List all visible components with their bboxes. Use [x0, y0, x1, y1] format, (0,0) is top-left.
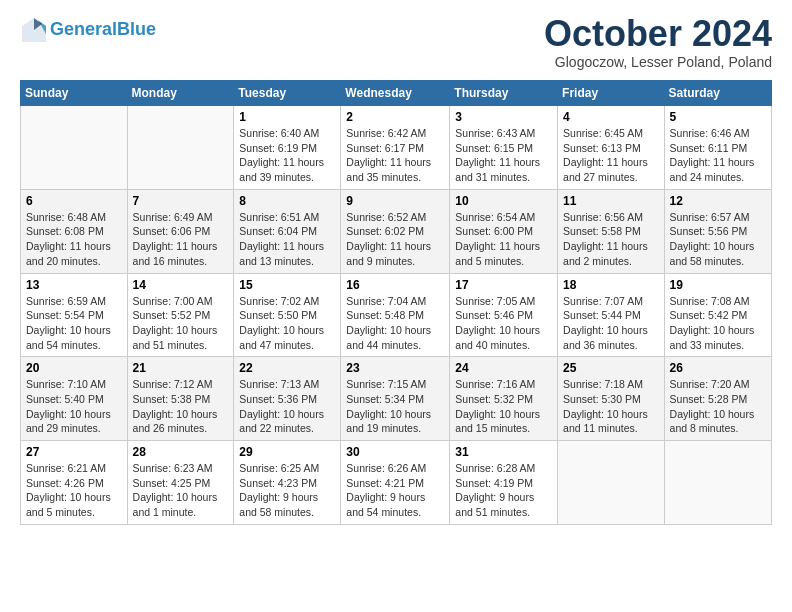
day-number: 17: [455, 278, 552, 292]
day-number: 27: [26, 445, 122, 459]
calendar-header-wednesday: Wednesday: [341, 81, 450, 106]
calendar-week-row: 1Sunrise: 6:40 AMSunset: 6:19 PMDaylight…: [21, 106, 772, 190]
calendar-header-saturday: Saturday: [664, 81, 771, 106]
day-number: 16: [346, 278, 444, 292]
calendar-cell: 8Sunrise: 6:51 AMSunset: 6:04 PMDaylight…: [234, 189, 341, 273]
calendar-cell: 31Sunrise: 6:28 AMSunset: 4:19 PMDayligh…: [450, 441, 558, 525]
day-detail: Sunrise: 6:28 AMSunset: 4:19 PMDaylight:…: [455, 461, 552, 520]
day-detail: Sunrise: 6:52 AMSunset: 6:02 PMDaylight:…: [346, 210, 444, 269]
calendar-cell: 19Sunrise: 7:08 AMSunset: 5:42 PMDayligh…: [664, 273, 771, 357]
day-number: 25: [563, 361, 659, 375]
calendar-cell: 2Sunrise: 6:42 AMSunset: 6:17 PMDaylight…: [341, 106, 450, 190]
calendar-cell: [664, 441, 771, 525]
calendar-cell: 26Sunrise: 7:20 AMSunset: 5:28 PMDayligh…: [664, 357, 771, 441]
day-number: 8: [239, 194, 335, 208]
day-number: 23: [346, 361, 444, 375]
logo-icon: [20, 16, 48, 44]
calendar-cell: 9Sunrise: 6:52 AMSunset: 6:02 PMDaylight…: [341, 189, 450, 273]
day-number: 15: [239, 278, 335, 292]
calendar-header-sunday: Sunday: [21, 81, 128, 106]
day-number: 19: [670, 278, 766, 292]
day-number: 22: [239, 361, 335, 375]
calendar-cell: 3Sunrise: 6:43 AMSunset: 6:15 PMDaylight…: [450, 106, 558, 190]
day-detail: Sunrise: 6:43 AMSunset: 6:15 PMDaylight:…: [455, 126, 552, 185]
calendar-cell: 6Sunrise: 6:48 AMSunset: 6:08 PMDaylight…: [21, 189, 128, 273]
day-detail: Sunrise: 6:59 AMSunset: 5:54 PMDaylight:…: [26, 294, 122, 353]
calendar-cell: 15Sunrise: 7:02 AMSunset: 5:50 PMDayligh…: [234, 273, 341, 357]
day-number: 30: [346, 445, 444, 459]
calendar-cell: 7Sunrise: 6:49 AMSunset: 6:06 PMDaylight…: [127, 189, 234, 273]
logo-text: GeneralBlue: [50, 20, 156, 40]
day-detail: Sunrise: 7:04 AMSunset: 5:48 PMDaylight:…: [346, 294, 444, 353]
day-number: 28: [133, 445, 229, 459]
day-detail: Sunrise: 6:26 AMSunset: 4:21 PMDaylight:…: [346, 461, 444, 520]
day-detail: Sunrise: 6:56 AMSunset: 5:58 PMDaylight:…: [563, 210, 659, 269]
location-subtitle: Glogoczow, Lesser Poland, Poland: [544, 54, 772, 70]
calendar-cell: 22Sunrise: 7:13 AMSunset: 5:36 PMDayligh…: [234, 357, 341, 441]
day-detail: Sunrise: 6:54 AMSunset: 6:00 PMDaylight:…: [455, 210, 552, 269]
day-detail: Sunrise: 6:45 AMSunset: 6:13 PMDaylight:…: [563, 126, 659, 185]
day-detail: Sunrise: 6:25 AMSunset: 4:23 PMDaylight:…: [239, 461, 335, 520]
calendar-cell: 4Sunrise: 6:45 AMSunset: 6:13 PMDaylight…: [558, 106, 665, 190]
day-number: 21: [133, 361, 229, 375]
calendar-cell: 12Sunrise: 6:57 AMSunset: 5:56 PMDayligh…: [664, 189, 771, 273]
calendar-cell: 23Sunrise: 7:15 AMSunset: 5:34 PMDayligh…: [341, 357, 450, 441]
day-detail: Sunrise: 7:13 AMSunset: 5:36 PMDaylight:…: [239, 377, 335, 436]
calendar-cell: 11Sunrise: 6:56 AMSunset: 5:58 PMDayligh…: [558, 189, 665, 273]
calendar-cell: [558, 441, 665, 525]
calendar-cell: 1Sunrise: 6:40 AMSunset: 6:19 PMDaylight…: [234, 106, 341, 190]
day-number: 2: [346, 110, 444, 124]
day-detail: Sunrise: 6:48 AMSunset: 6:08 PMDaylight:…: [26, 210, 122, 269]
header: GeneralBlue October 2024 Glogoczow, Less…: [20, 16, 772, 70]
calendar-week-row: 20Sunrise: 7:10 AMSunset: 5:40 PMDayligh…: [21, 357, 772, 441]
calendar-cell: 20Sunrise: 7:10 AMSunset: 5:40 PMDayligh…: [21, 357, 128, 441]
calendar-table: SundayMondayTuesdayWednesdayThursdayFrid…: [20, 80, 772, 525]
calendar-week-row: 27Sunrise: 6:21 AMSunset: 4:26 PMDayligh…: [21, 441, 772, 525]
day-number: 6: [26, 194, 122, 208]
day-detail: Sunrise: 7:08 AMSunset: 5:42 PMDaylight:…: [670, 294, 766, 353]
day-detail: Sunrise: 6:42 AMSunset: 6:17 PMDaylight:…: [346, 126, 444, 185]
calendar-cell: 10Sunrise: 6:54 AMSunset: 6:00 PMDayligh…: [450, 189, 558, 273]
calendar-header-friday: Friday: [558, 81, 665, 106]
page: GeneralBlue October 2024 Glogoczow, Less…: [0, 0, 792, 545]
day-number: 10: [455, 194, 552, 208]
day-number: 3: [455, 110, 552, 124]
day-detail: Sunrise: 7:20 AMSunset: 5:28 PMDaylight:…: [670, 377, 766, 436]
calendar-cell: 17Sunrise: 7:05 AMSunset: 5:46 PMDayligh…: [450, 273, 558, 357]
calendar-cell: 13Sunrise: 6:59 AMSunset: 5:54 PMDayligh…: [21, 273, 128, 357]
month-title: October 2024: [544, 16, 772, 52]
calendar-cell: 29Sunrise: 6:25 AMSunset: 4:23 PMDayligh…: [234, 441, 341, 525]
calendar-cell: 30Sunrise: 6:26 AMSunset: 4:21 PMDayligh…: [341, 441, 450, 525]
day-number: 29: [239, 445, 335, 459]
day-number: 26: [670, 361, 766, 375]
logo: GeneralBlue: [20, 16, 156, 44]
day-number: 13: [26, 278, 122, 292]
day-detail: Sunrise: 6:49 AMSunset: 6:06 PMDaylight:…: [133, 210, 229, 269]
calendar-header-monday: Monday: [127, 81, 234, 106]
day-detail: Sunrise: 7:00 AMSunset: 5:52 PMDaylight:…: [133, 294, 229, 353]
calendar-cell: 21Sunrise: 7:12 AMSunset: 5:38 PMDayligh…: [127, 357, 234, 441]
calendar-week-row: 13Sunrise: 6:59 AMSunset: 5:54 PMDayligh…: [21, 273, 772, 357]
day-number: 11: [563, 194, 659, 208]
calendar-cell: 28Sunrise: 6:23 AMSunset: 4:25 PMDayligh…: [127, 441, 234, 525]
day-detail: Sunrise: 7:02 AMSunset: 5:50 PMDaylight:…: [239, 294, 335, 353]
day-detail: Sunrise: 6:21 AMSunset: 4:26 PMDaylight:…: [26, 461, 122, 520]
calendar-cell: 5Sunrise: 6:46 AMSunset: 6:11 PMDaylight…: [664, 106, 771, 190]
calendar-header-tuesday: Tuesday: [234, 81, 341, 106]
calendar-cell: [127, 106, 234, 190]
day-detail: Sunrise: 7:05 AMSunset: 5:46 PMDaylight:…: [455, 294, 552, 353]
day-detail: Sunrise: 6:40 AMSunset: 6:19 PMDaylight:…: [239, 126, 335, 185]
day-number: 18: [563, 278, 659, 292]
calendar-cell: [21, 106, 128, 190]
day-number: 14: [133, 278, 229, 292]
day-detail: Sunrise: 7:07 AMSunset: 5:44 PMDaylight:…: [563, 294, 659, 353]
day-number: 5: [670, 110, 766, 124]
day-number: 20: [26, 361, 122, 375]
day-number: 31: [455, 445, 552, 459]
day-number: 4: [563, 110, 659, 124]
calendar-week-row: 6Sunrise: 6:48 AMSunset: 6:08 PMDaylight…: [21, 189, 772, 273]
day-number: 24: [455, 361, 552, 375]
day-number: 1: [239, 110, 335, 124]
day-detail: Sunrise: 6:46 AMSunset: 6:11 PMDaylight:…: [670, 126, 766, 185]
day-number: 9: [346, 194, 444, 208]
